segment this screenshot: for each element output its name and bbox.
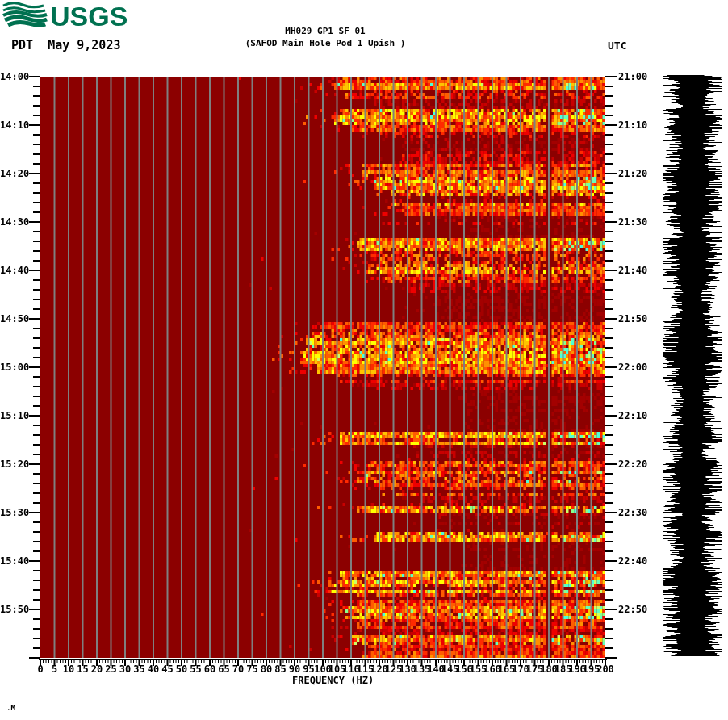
left-time-tick-label: 14:40 <box>0 266 28 275</box>
right-time-tick-label: 21:50 <box>618 314 654 324</box>
left-time-tick-label: 15:30 <box>0 508 28 517</box>
utc-timezone-label: UTC <box>608 40 626 51</box>
station-title: MH029 GP1 SF 01 <box>0 27 651 36</box>
right-time-tick-label: 22:00 <box>618 362 654 372</box>
left-time-tick-label: 15:00 <box>0 362 28 372</box>
right-time-tick-label: 21:30 <box>618 217 654 227</box>
left-time-tick-label: 15:20 <box>0 459 28 469</box>
right-time-tick-label: 22:30 <box>618 508 654 517</box>
spectrogram-page: USGS PDT May 9,2023 MH029 GP1 SF 01 (SAF… <box>0 0 728 720</box>
left-time-tick-label: 15:40 <box>0 556 28 566</box>
station-subtitle: (SAFOD Main Hole Pod 1 Upish ) <box>0 39 651 48</box>
left-time-tick-label: 15:50 <box>0 605 28 614</box>
right-time-tick-label: 21:10 <box>618 120 654 130</box>
left-time-tick-label: 14:00 <box>0 72 28 82</box>
right-time-tick-label: 21:20 <box>618 169 654 178</box>
footer-note: .M <box>6 704 15 712</box>
frequency-axis-title: FREQUENCY (HZ) <box>292 676 374 685</box>
usgs-wave-icon <box>3 3 47 26</box>
frequency-tick-label: 200 <box>589 664 621 674</box>
right-time-tick-label: 21:40 <box>618 266 654 275</box>
left-time-tick-label: 15:10 <box>0 411 28 421</box>
left-time-tick-label: 14:10 <box>0 120 28 130</box>
right-time-tick-label: 22:20 <box>618 459 654 469</box>
right-time-tick-label: 22:40 <box>618 556 654 566</box>
right-time-tick-label: 21:00 <box>618 72 654 82</box>
right-time-tick-label: 22:50 <box>618 605 654 614</box>
left-time-tick-label: 14:50 <box>0 314 28 324</box>
left-time-tick-label: 14:20 <box>0 169 28 178</box>
left-time-tick-label: 14:30 <box>0 217 28 227</box>
right-time-tick-label: 22:10 <box>618 411 654 421</box>
